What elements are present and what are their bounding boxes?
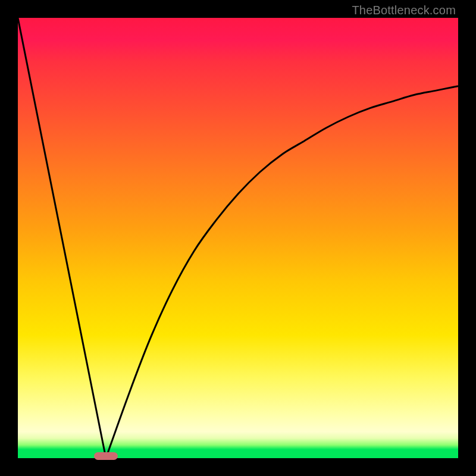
watermark-text: TheBottleneck.com xyxy=(352,4,456,17)
minimum-marker xyxy=(94,452,118,460)
curve-path xyxy=(18,18,458,458)
chart-frame xyxy=(18,18,458,458)
bottleneck-curve xyxy=(18,18,458,458)
